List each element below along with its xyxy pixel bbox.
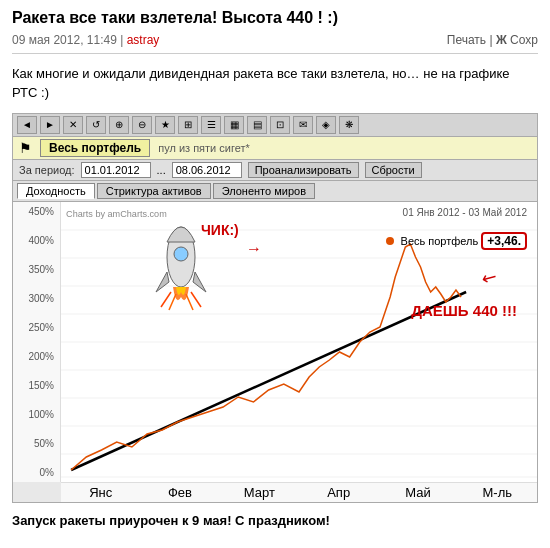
analyze-button[interactable]: Проанализировать	[248, 162, 359, 178]
post-footer: Запуск ракеты приурочен к 9 мая! С празд…	[12, 513, 538, 528]
annotation-daesh: ДАЕШЬ 440 !!!	[411, 302, 517, 319]
annotation-date: 01 Янв 2012 - 03 Май 2012	[403, 207, 527, 218]
x-label-may: Май	[378, 485, 457, 500]
y-label-150: 150%	[15, 380, 58, 391]
chart-area: 450% 400% 350% 300% 250% 200% 150% 100% …	[13, 202, 537, 482]
svg-point-13	[174, 247, 188, 261]
x-label-feb: Фев	[140, 485, 219, 500]
toolbar-flower[interactable]: ❋	[339, 116, 359, 134]
svg-line-15	[169, 294, 176, 310]
period-label: За период:	[19, 164, 75, 176]
toolbar-rows[interactable]: ▤	[247, 116, 267, 134]
toolbar-target[interactable]: ⊡	[270, 116, 290, 134]
svg-line-16	[186, 294, 193, 310]
annotation-chik: ЧИК:)	[201, 222, 239, 238]
y-label-50: 50%	[15, 438, 58, 449]
x-label-jun: М-ль	[458, 485, 537, 500]
portfolio-icon: ⚑	[19, 140, 32, 156]
portfolio-dot	[386, 237, 394, 245]
toolbar-back[interactable]: ◄	[17, 116, 37, 134]
toolbar-email[interactable]: ✉	[293, 116, 313, 134]
period-from-input[interactable]	[81, 162, 151, 178]
y-label-200: 200%	[15, 351, 58, 362]
toolbar-list[interactable]: ☰	[201, 116, 221, 134]
y-label-0: 0%	[15, 467, 58, 478]
toolbar-grid[interactable]: ⊞	[178, 116, 198, 134]
post-date: 09 мая 2012, 11:49	[12, 33, 117, 47]
period-row: За период: ... Проанализировать Сбрости	[13, 160, 537, 181]
page-wrapper: Ракета все таки взлетела! Высота 440 ! :…	[0, 0, 550, 536]
toolbar-table[interactable]: ▦	[224, 116, 244, 134]
y-label-400: 400%	[15, 235, 58, 246]
y-label-300: 300%	[15, 293, 58, 304]
annotation-portfolio: Весь портфель +3,46.	[386, 232, 527, 250]
arrow-right: →	[246, 240, 262, 258]
period-separator: ...	[157, 164, 166, 176]
toolbar-diamond[interactable]: ◈	[316, 116, 336, 134]
y-label-250: 250%	[15, 322, 58, 333]
toolbar-zoomin[interactable]: ⊕	[109, 116, 129, 134]
metrics-tab-structure[interactable]: Стриктура активов	[97, 183, 211, 199]
save-link[interactable]: Сохр	[510, 33, 538, 47]
post-title: Ракета все таки взлетела! Высота 440 ! :…	[12, 8, 538, 29]
chart-x-axis: Янс Фев Март Апр Май М-ль	[61, 482, 537, 502]
x-label-jan: Янс	[61, 485, 140, 500]
chart-container: ◄ ► ✕ ↺ ⊕ ⊖ ★ ⊞ ☰ ▦ ▤ ⊡ ✉ ◈ ❋ ⚑ Весь пор…	[12, 113, 538, 503]
metrics-row: Доходность Стриктура активов Элоненто ми…	[13, 181, 537, 202]
reset-button[interactable]: Сбрости	[365, 162, 422, 178]
toolbar-star[interactable]: ★	[155, 116, 175, 134]
svg-line-17	[191, 292, 201, 307]
toolbar-refresh[interactable]: ↺	[86, 116, 106, 134]
chart-main: Charts by amCharts.com	[61, 202, 537, 482]
metrics-tab-elements[interactable]: Элоненто миров	[213, 183, 315, 199]
toolbar-fwd[interactable]: ►	[40, 116, 60, 134]
portfolio-value: +3,46.	[481, 232, 527, 250]
svg-line-14	[161, 292, 171, 307]
portfolio-tab-five[interactable]: пул из пяти сигет*	[158, 142, 250, 154]
post-actions: Печать | Ж Сохр	[447, 33, 538, 47]
post-meta: Печать | Ж Сохр 09 мая 2012, 11:49 | ast…	[12, 33, 538, 54]
x-label-apr: Апр	[299, 485, 378, 500]
chart-y-axis: 450% 400% 350% 300% 250% 200% 150% 100% …	[13, 202, 61, 482]
portfolio-label: Весь портфель	[401, 235, 479, 247]
print-link[interactable]: Печать	[447, 33, 486, 47]
bold-link[interactable]: Ж	[496, 33, 507, 47]
metrics-tab-yield[interactable]: Доходность	[17, 183, 95, 199]
svg-line-10	[71, 292, 466, 470]
toolbar-close[interactable]: ✕	[63, 116, 83, 134]
y-label-350: 350%	[15, 264, 58, 275]
toolbar-zoomout[interactable]: ⊖	[132, 116, 152, 134]
y-label-450: 450%	[15, 206, 58, 217]
post-body: Как многие и ожидали дивидендная ракета …	[12, 64, 538, 103]
y-label-100: 100%	[15, 409, 58, 420]
chart-toolbar: ◄ ► ✕ ↺ ⊕ ⊖ ★ ⊞ ☰ ▦ ▤ ⊡ ✉ ◈ ❋	[13, 114, 537, 137]
author-link[interactable]: astray	[127, 33, 160, 47]
x-label-mar: Март	[220, 485, 299, 500]
portfolio-row: ⚑ Весь портфель пул из пяти сигет*	[13, 137, 537, 160]
period-to-input[interactable]	[172, 162, 242, 178]
portfolio-tab-all[interactable]: Весь портфель	[40, 139, 150, 157]
